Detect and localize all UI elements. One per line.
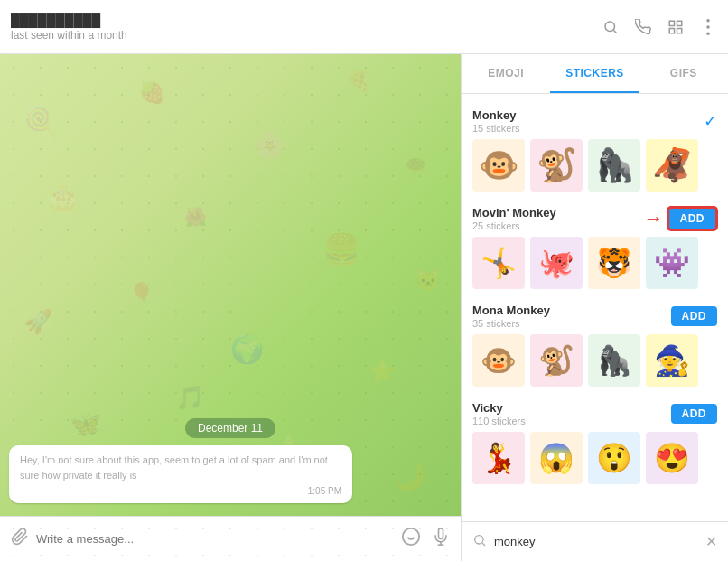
svg-rect-4 [677, 28, 682, 33]
pack-meta-movin-monkey: Movin' Monkey 25 stickers [472, 206, 556, 231]
sticker-thumb[interactable]: 🐵 [472, 139, 525, 192]
svg-point-6 [706, 19, 710, 23]
svg-point-0 [605, 22, 615, 32]
sticker-pack-movin-monkey: Movin' Monkey 25 stickers → ADD 🤸 🐙 🐯 👾 [462, 199, 728, 296]
svg-point-14 [475, 535, 483, 543]
pack-name-mona-monkey: Mona Monkey [472, 304, 550, 317]
contact-name: ██████████ [11, 13, 602, 27]
pack-stickers-movin-monkey: 🤸 🐙 🐯 👾 [472, 237, 717, 289]
pack-name-monkey: Monkey [472, 108, 520, 122]
message-bubble: Hey, I'm not sure about this app, seem t… [9, 445, 352, 503]
pack-stickers-monkey: 🐵 🐒 🦍 🦧 [472, 139, 717, 192]
sticker-search-input[interactable] [494, 535, 698, 548]
search-bar: ✕ [462, 521, 728, 561]
contact-info: ██████████ last seen within a month [11, 13, 602, 42]
pack-count-mona-monkey: 35 stickers [472, 318, 550, 329]
svg-line-15 [482, 543, 485, 546]
sticker-pack-mona-monkey: Mona Monkey 35 stickers ADD 🐵 🐒 🦍 🧙 [462, 296, 728, 394]
message-time: 1:05 PM [20, 486, 341, 496]
pack-header-vicky: Vicky 110 stickers ADD [472, 401, 717, 426]
pack-added-checkmark: ✓ [704, 112, 717, 130]
header-icons [602, 18, 717, 36]
add-movin-monkey-button[interactable]: ADD [667, 207, 718, 230]
arrow-indicator: → [644, 207, 664, 230]
svg-rect-5 [669, 28, 674, 33]
sticker-thumb[interactable]: 🐒 [530, 139, 583, 192]
pack-count-movin-monkey: 25 stickers [472, 220, 556, 231]
pack-action-movin-monkey: → ADD [644, 207, 718, 230]
pack-count-vicky: 110 stickers [472, 416, 526, 426]
chat-header: ██████████ last seen within a month [0, 0, 728, 54]
pack-stickers-vicky: 💃 😱 😲 😍 [472, 432, 717, 484]
pack-action-mona-monkey: ADD [671, 306, 718, 326]
sticker-thumb[interactable]: 😲 [588, 432, 640, 484]
tab-stickers[interactable]: STICKERS [550, 54, 639, 93]
tab-gifs[interactable]: GIFS [639, 54, 728, 93]
pack-meta-vicky: Vicky 110 stickers [472, 401, 526, 426]
svg-point-8 [706, 32, 710, 35]
date-badge: December 11 [185, 418, 275, 438]
pack-meta-mona-monkey: Mona Monkey 35 stickers [472, 304, 550, 329]
chat-messages: December 11 Hey, I'm not sure about this… [0, 54, 461, 516]
message-text: Hey, I'm not sure about this app, seem t… [20, 453, 341, 482]
sticker-pack-monkey: Monkey 15 stickers ✓ 🐵 🐒 🦍 🦧 [462, 101, 728, 199]
panel-tabs: EMOJI STICKERS GIFS [462, 54, 728, 94]
chat-area: 🍭 🍓 🌸 🍕 🎂 🌺 🍔 🚀 🎈 🌍 ⭐ 🦋 🎵 🍦 🌙 🍩 🐱 Decemb… [0, 54, 461, 561]
sticker-panel: EMOJI STICKERS GIFS Monkey 15 stickers ✓ [461, 54, 728, 561]
layout-icon[interactable] [667, 18, 685, 36]
pack-name-vicky: Vicky [472, 401, 526, 415]
sticker-thumb[interactable]: 🦧 [646, 139, 698, 192]
pack-header-monkey: Monkey 15 stickers ✓ [472, 108, 717, 134]
sticker-thumb[interactable]: 🦍 [588, 334, 640, 387]
sticker-thumb[interactable]: 😍 [646, 432, 698, 484]
sticker-pack-vicky: Vicky 110 stickers ADD 💃 😱 😲 😍 [462, 394, 728, 491]
pack-count-monkey: 15 stickers [472, 123, 520, 134]
search-icon[interactable] [602, 18, 620, 36]
sticker-thumb[interactable]: 🧙 [646, 334, 698, 387]
pack-meta-monkey: Monkey 15 stickers [472, 108, 520, 134]
contact-status: last seen within a month [11, 29, 602, 42]
pack-header-movin-monkey: Movin' Monkey 25 stickers → ADD [472, 206, 717, 231]
sticker-thumb[interactable]: 🐯 [588, 237, 640, 289]
search-clear-icon[interactable]: ✕ [705, 533, 717, 550]
svg-line-1 [613, 30, 616, 33]
search-icon [472, 533, 487, 551]
add-mona-monkey-button[interactable]: ADD [671, 306, 718, 326]
pack-name-movin-monkey: Movin' Monkey [472, 206, 556, 220]
pack-header-mona-monkey: Mona Monkey 35 stickers ADD [472, 304, 717, 329]
pack-action-vicky: ADD [671, 404, 718, 424]
sticker-thumb[interactable]: 🐒 [530, 334, 583, 387]
svg-rect-3 [677, 21, 682, 25]
sticker-thumb[interactable]: 👾 [646, 237, 698, 289]
sticker-thumb[interactable]: 😱 [530, 432, 583, 484]
sticker-thumb[interactable]: 🐵 [472, 334, 525, 387]
pack-action-monkey: ✓ [704, 111, 717, 131]
sticker-thumb[interactable]: 🤸 [472, 237, 525, 289]
phone-icon[interactable] [634, 18, 652, 36]
svg-point-7 [706, 25, 710, 29]
sticker-thumb[interactable]: 💃 [472, 432, 525, 484]
add-vicky-button[interactable]: ADD [671, 404, 718, 424]
tab-emoji[interactable]: EMOJI [462, 54, 550, 93]
main-content: 🍭 🍓 🌸 🍕 🎂 🌺 🍔 🚀 🎈 🌍 ⭐ 🦋 🎵 🍦 🌙 🍩 🐱 Decemb… [0, 54, 728, 561]
sticker-thumb[interactable]: 🦍 [588, 139, 640, 192]
svg-rect-2 [669, 21, 674, 25]
sticker-list: Monkey 15 stickers ✓ 🐵 🐒 🦍 🦧 [462, 94, 728, 521]
sticker-thumb[interactable]: 🐙 [530, 237, 583, 289]
pack-stickers-mona-monkey: 🐵 🐒 🦍 🧙 [472, 334, 717, 387]
more-icon[interactable] [699, 18, 717, 36]
